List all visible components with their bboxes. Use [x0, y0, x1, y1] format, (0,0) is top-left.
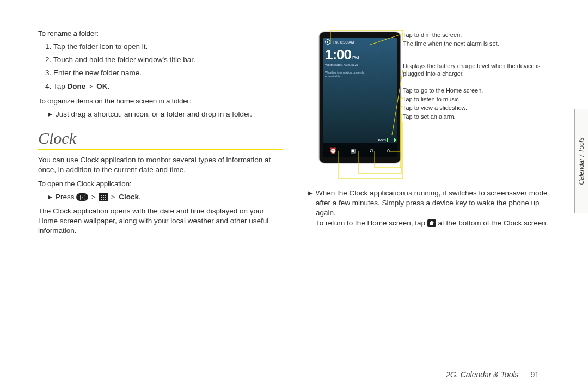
side-tab: Calendar / Tools — [574, 109, 588, 213]
rename-steps-list: Tap the folder icon to open it. Touch an… — [38, 42, 283, 91]
callout-battery: Displays the battery charge level when t… — [403, 63, 555, 77]
phone-big-time: 1:00 PM — [323, 46, 397, 63]
callout-home: Tap to go to the Home screen. — [403, 87, 555, 94]
phone-weather: Weather information currently unavailabl… — [323, 69, 397, 80]
triangle-icon: ▶ — [48, 111, 52, 120]
organize-bullet: ▶ Just drag a shortcut, an icon, or a fo… — [48, 109, 283, 119]
home-key-icon — [76, 193, 88, 201]
step-item: Tap Done＞OK. — [53, 82, 283, 91]
step-item: Enter the new folder name. — [53, 68, 283, 78]
when-running-block: ▶ When the Clock application is running,… — [308, 188, 550, 228]
slideshow-tab-icon[interactable]: ▣ — [350, 147, 356, 154]
home-tab-icon[interactable]: ⌂ — [387, 147, 390, 154]
battery-row: 100% — [378, 138, 395, 142]
phone-diagram: Thu 8:00 AM 1:00 PM Wednesday, August 25… — [305, 27, 550, 185]
open-bullet: ▶ Press ＞＞Clock. — [48, 192, 283, 202]
callout-next-alarm: The time when the next alarm is set. — [403, 40, 555, 47]
step-item: Touch and hold the folder window's title… — [53, 55, 283, 65]
footer-page: 91 — [530, 370, 539, 379]
subhead-open-clock: To open the Clock application: — [38, 180, 283, 188]
footer-chapter: 2G. Calendar & Tools — [446, 370, 518, 379]
clock-intro: You can use Clock application to monitor… — [38, 155, 283, 175]
weather-l1: Weather information currently — [325, 71, 395, 75]
step-item: Tap the folder icon to open it. — [53, 42, 283, 52]
subhead-organize: To organize items on the home screen in … — [38, 97, 283, 105]
open-body: The Clock application opens with the dat… — [38, 206, 283, 236]
callouts-column: Tap to dim the screen. The time when the… — [403, 32, 555, 122]
when-running-1: When the Clock application is running, i… — [316, 189, 547, 217]
organize-text: Just drag a shortcut, an icon, or a fold… — [56, 109, 252, 119]
status-day-text: Thu 8:00 AM — [333, 40, 354, 44]
alarm-tab-icon[interactable]: ⏰ — [329, 147, 337, 154]
phone-bottom-bar: ⏰ ▣ ♫ ⌂ — [323, 143, 397, 157]
callout-music: Tap to listen to music. — [403, 96, 555, 103]
music-tab-icon[interactable]: ♫ — [369, 147, 373, 154]
time-digits: 1:00 — [325, 46, 351, 63]
step4-done: Done — [68, 82, 86, 90]
subhead-rename: To rename a folder: — [38, 29, 283, 38]
alarm-clock-icon — [325, 39, 330, 45]
step4-ok: OK — [96, 82, 107, 90]
triangle-icon: ▶ — [308, 189, 313, 229]
gt-icon: ＞ — [108, 192, 119, 202]
open-line: Press ＞＞Clock. — [56, 192, 141, 202]
phone-frame: Thu 8:00 AM 1:00 PM Wednesday, August 25… — [319, 32, 401, 163]
page-footer: 2G. Calendar & Tools 91 — [446, 370, 539, 379]
apps-grid-icon — [99, 193, 108, 201]
time-pm: PM — [352, 55, 359, 60]
when-running-text: When the Clock application is running, i… — [316, 188, 550, 228]
callout-slideshow: Tap to view a slideshow. — [403, 105, 555, 112]
phone-status-bar: Thu 8:00 AM — [323, 38, 397, 46]
phone-screen: Thu 8:00 AM 1:00 PM Wednesday, August 25… — [323, 38, 397, 157]
callout-dim: Tap to dim the screen. — [403, 32, 555, 39]
section-underline — [38, 149, 283, 150]
left-column: To rename a folder: Tap the folder icon … — [38, 27, 283, 240]
gt-icon: ＞ — [88, 192, 99, 202]
open-pre: Press — [56, 193, 76, 201]
section-title-clock: Clock — [38, 129, 283, 148]
gt-icon: ＞ — [85, 82, 96, 91]
weather-l2: unavailable. — [325, 75, 395, 78]
battery-icon — [387, 138, 395, 142]
phone-date: Wednesday, August 25 — [323, 63, 397, 69]
triangle-icon: ▶ — [48, 193, 52, 203]
when-running-2a: To return to the Home screen, tap — [316, 219, 427, 227]
callout-set-alarm: Tap to set an alarm. — [403, 113, 555, 120]
page-columns: To rename a folder: Tap the folder icon … — [0, 0, 588, 256]
when-running-2b: at the bottom of the Clock screen. — [436, 219, 548, 227]
right-column: Thu 8:00 AM 1:00 PM Wednesday, August 25… — [305, 27, 550, 240]
battery-pct: 100% — [378, 138, 386, 142]
open-clock-label: Clock — [119, 193, 139, 201]
side-tab-label: Calendar / Tools — [578, 138, 585, 185]
home-icon — [427, 219, 436, 227]
step4-pre: Tap — [53, 82, 68, 90]
